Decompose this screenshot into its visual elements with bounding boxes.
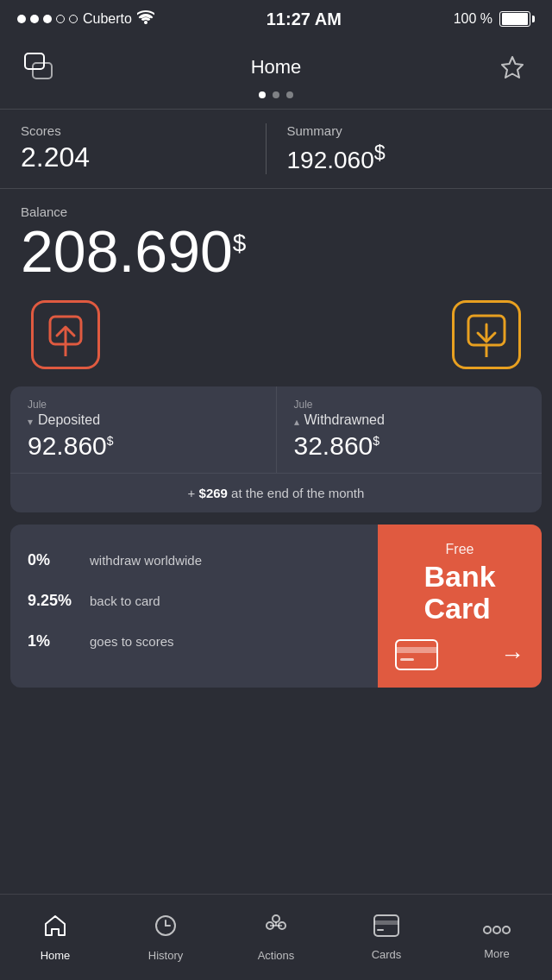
svg-point-22 [493, 927, 500, 933]
history-label: History [148, 949, 183, 962]
withdraw-chevron: ▴ [294, 416, 299, 428]
promo-arrow-icon: → [500, 641, 524, 669]
deposit-month: Jule [28, 399, 47, 411]
balance-section: Balance 208.690$ [0, 189, 552, 291]
cards-label: Cards [372, 948, 402, 961]
deposit-month-row: Jule [28, 399, 259, 411]
scores-block: Scores 2.204 [21, 123, 266, 174]
promo-arrow-row: → [395, 639, 524, 670]
page-dot-3 [286, 91, 293, 98]
promo-free-label: Free [446, 542, 474, 557]
withdraw-month: Jule [294, 399, 313, 411]
promo-desc-1: withdraw worldwide [90, 553, 202, 568]
deposited-label: Deposited [38, 412, 100, 428]
withdrawn-value: 32.860$ [294, 431, 525, 461]
page-dot-1 [259, 91, 266, 98]
status-right: 100 % [454, 11, 535, 27]
signal-dots [17, 15, 78, 23]
dot5 [69, 15, 78, 23]
svg-point-21 [484, 927, 491, 933]
scores-value: 2.204 [21, 141, 266, 173]
svg-rect-18 [374, 915, 398, 936]
actions-icon [263, 914, 289, 944]
dot3 [43, 15, 52, 23]
history-icon [154, 914, 178, 944]
status-left: Cuberto [17, 10, 154, 28]
favorite-button[interactable] [493, 48, 531, 86]
promo-pct-2: 9.25% [28, 592, 79, 610]
page-title: Home [251, 56, 302, 79]
bottom-nav: Home History Actions [0, 894, 552, 980]
balance-label: Balance [21, 204, 531, 219]
summary-value: 192.060$ [287, 141, 532, 174]
balance-value: 208.690$ [21, 221, 531, 282]
page-dots [0, 91, 552, 109]
deposit-card: Jule ▾ Deposited 92.860$ Jule ▴ Withdraw… [10, 386, 542, 512]
card-icon [395, 639, 438, 670]
month-footer: + $269 at the end of the month [10, 474, 542, 512]
svg-rect-20 [377, 929, 384, 931]
home-icon [43, 914, 67, 944]
withdrawn-label: Withdrawned [304, 412, 385, 428]
nav-item-history[interactable]: History [110, 895, 221, 980]
promo-desc-3: goes to scores [90, 634, 174, 649]
chat-icon[interactable] [21, 48, 59, 86]
promo-row-3: 1% goes to scores [28, 632, 361, 650]
deposited-value: 92.860$ [28, 431, 259, 461]
nav-item-home[interactable]: Home [0, 895, 110, 980]
promo-pct-1: 0% [28, 551, 79, 569]
svg-rect-1 [33, 63, 52, 79]
action-icons-row [0, 292, 552, 386]
cards-icon [373, 914, 399, 943]
promo-desc-2: back to card [90, 594, 160, 608]
status-bar: Cuberto 11:27 AM 100 % [0, 0, 552, 38]
promo-features: 0% withdraw worldwide 9.25% back to card… [10, 525, 378, 688]
promo-card[interactable]: 0% withdraw worldwide 9.25% back to card… [10, 525, 542, 688]
dot4 [56, 15, 65, 23]
time-label: 11:27 AM [267, 9, 342, 29]
deposit-row: Jule ▾ Deposited 92.860$ Jule ▴ Withdraw… [10, 386, 542, 474]
promo-row-1: 0% withdraw worldwide [28, 551, 361, 569]
nav-item-actions[interactable]: Actions [221, 895, 331, 980]
svg-rect-9 [396, 647, 437, 653]
scores-summary-row: Scores 2.204 Summary 192.060$ [0, 109, 552, 189]
carrier-label: Cuberto [83, 11, 132, 27]
upload-button[interactable] [31, 300, 100, 369]
header: Home [0, 38, 552, 91]
promo-card-title: BankCard [423, 561, 495, 625]
home-label: Home [41, 949, 71, 962]
withdraw-month-row: Jule [294, 399, 525, 411]
dot1 [17, 15, 26, 23]
svg-rect-0 [25, 53, 44, 69]
more-label: More [484, 947, 510, 960]
summary-block: Summary 192.060$ [266, 123, 532, 174]
actions-label: Actions [258, 949, 295, 962]
withdrawn-block: Jule ▴ Withdrawned 32.860$ [277, 386, 543, 473]
svg-point-14 [273, 915, 279, 922]
promo-pct-3: 1% [28, 632, 79, 650]
nav-item-more[interactable]: More [442, 895, 552, 980]
header-title-block: Home [251, 56, 302, 79]
more-icon [483, 915, 511, 942]
page-dot-2 [273, 91, 279, 98]
summary-label: Summary [287, 123, 532, 138]
svg-rect-10 [400, 658, 414, 661]
download-button[interactable] [452, 300, 521, 369]
deposit-chevron: ▾ [28, 416, 33, 428]
scores-label: Scores [21, 123, 266, 138]
battery-icon [499, 11, 535, 27]
svg-rect-19 [374, 920, 398, 925]
nav-item-cards[interactable]: Cards [331, 895, 442, 980]
battery-percent: 100 % [454, 11, 492, 27]
wifi-icon [137, 10, 154, 28]
dot2 [30, 15, 39, 23]
svg-rect-8 [396, 640, 437, 669]
promo-row-2: 9.25% back to card [28, 592, 361, 610]
svg-point-23 [503, 927, 510, 933]
promo-badge[interactable]: Free BankCard → [378, 525, 542, 688]
deposited-block: Jule ▾ Deposited 92.860$ [10, 386, 277, 473]
